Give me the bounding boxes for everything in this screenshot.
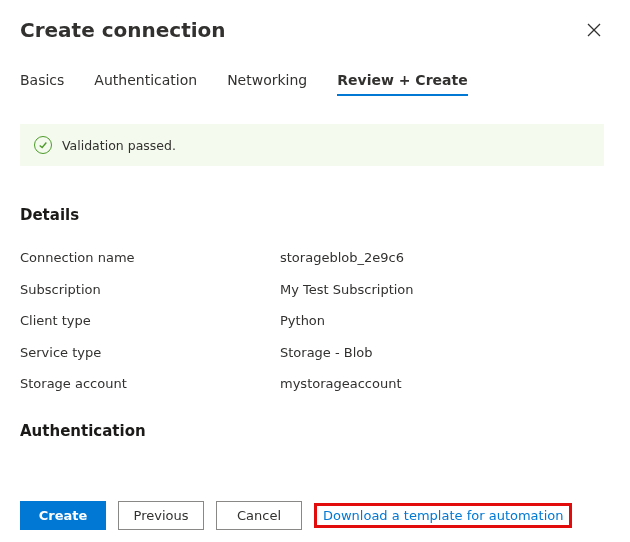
details-heading: Details: [20, 206, 604, 224]
details-key: Storage account: [20, 375, 280, 393]
details-key: Subscription: [20, 281, 280, 299]
details-row: Client type Python: [20, 305, 604, 337]
details-value: mystorageaccount: [280, 375, 604, 393]
details-row: Storage account mystorageaccount: [20, 368, 604, 400]
validation-bar: Validation passed.: [20, 124, 604, 166]
success-icon: [34, 136, 52, 154]
details-key: Service type: [20, 344, 280, 362]
validation-message: Validation passed.: [62, 138, 176, 153]
details-value: My Test Subscription: [280, 281, 604, 299]
previous-button[interactable]: Previous: [118, 501, 204, 530]
create-button[interactable]: Create: [20, 501, 106, 530]
authentication-heading: Authentication: [20, 422, 604, 440]
details-row: Service type Storage - Blob: [20, 337, 604, 369]
details-key: Connection name: [20, 249, 280, 267]
details-value: storageblob_2e9c6: [280, 249, 604, 267]
close-button[interactable]: [578, 14, 610, 46]
wizard-footer: Create Previous Cancel Download a templa…: [20, 489, 610, 542]
content-scroll[interactable]: Validation passed. Details Connection na…: [20, 124, 610, 481]
wizard-tabs: Basics Authentication Networking Review …: [20, 72, 610, 96]
download-template-highlight: Download a template for automation: [314, 503, 572, 528]
tab-basics[interactable]: Basics: [20, 72, 64, 96]
tab-networking[interactable]: Networking: [227, 72, 307, 96]
download-template-link[interactable]: Download a template for automation: [321, 506, 565, 525]
cancel-button[interactable]: Cancel: [216, 501, 302, 530]
details-key: Client type: [20, 312, 280, 330]
panel-header: Create connection: [20, 14, 610, 46]
close-icon: [587, 23, 601, 37]
panel-title: Create connection: [20, 18, 226, 42]
details-value: Python: [280, 312, 604, 330]
tab-authentication[interactable]: Authentication: [94, 72, 197, 96]
tab-review-create[interactable]: Review + Create: [337, 72, 467, 96]
details-value: Storage - Blob: [280, 344, 604, 362]
details-list: Connection name storageblob_2e9c6 Subscr…: [20, 242, 604, 400]
details-row: Subscription My Test Subscription: [20, 274, 604, 306]
create-connection-panel: Create connection Basics Authentication …: [0, 0, 630, 542]
details-row: Connection name storageblob_2e9c6: [20, 242, 604, 274]
